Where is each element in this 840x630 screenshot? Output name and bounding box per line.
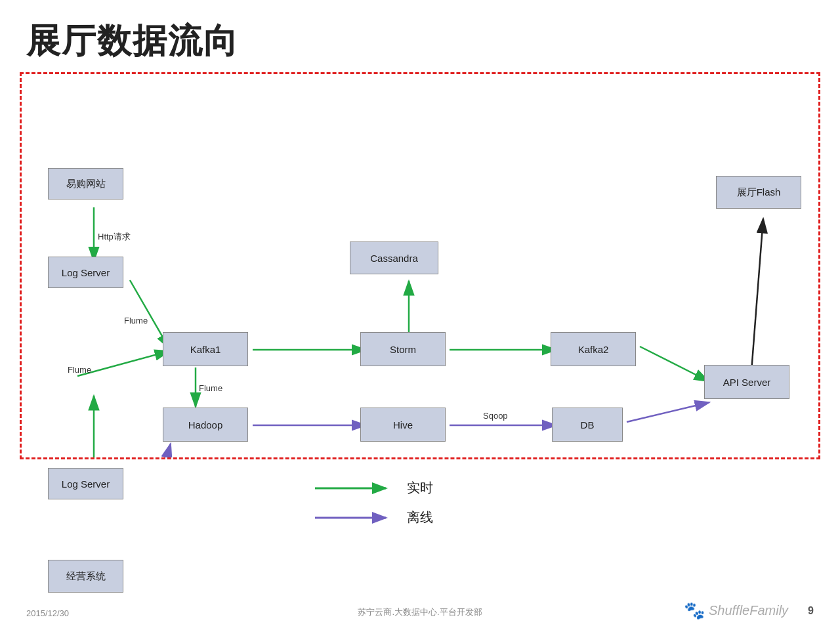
svg-text:Flume: Flume xyxy=(199,383,222,393)
svg-line-13 xyxy=(640,346,709,381)
node-api-server: API Server xyxy=(704,365,789,399)
footer-logo: 🐾 ShuffleFamily xyxy=(684,600,788,621)
legend-offline-arrow xyxy=(315,511,394,524)
logo-icon: 🐾 xyxy=(684,600,705,621)
svg-text:Sqoop: Sqoop xyxy=(483,411,508,421)
svg-text:Flume: Flume xyxy=(124,316,148,326)
svg-line-25 xyxy=(627,402,709,422)
svg-text:Flume: Flume xyxy=(68,365,91,375)
node-hadoop: Hadoop xyxy=(163,408,248,442)
node-db: DB xyxy=(552,408,623,442)
svg-text:Http请求: Http请求 xyxy=(98,232,131,242)
node-zhan-flash: 展厅Flash xyxy=(716,176,801,209)
footer-page: 9 xyxy=(808,605,814,617)
legend-offline-label: 离线 xyxy=(407,509,433,526)
legend: 实时 离线 xyxy=(315,479,433,538)
legend-offline: 离线 xyxy=(315,509,433,526)
svg-line-14 xyxy=(751,219,763,371)
node-jingying: 经营系统 xyxy=(48,560,123,593)
node-kafka1: Kafka1 xyxy=(163,332,248,366)
legend-realtime-arrow xyxy=(315,482,394,495)
page-title: 展厅数据流向 xyxy=(26,18,239,64)
node-kafka2: Kafka2 xyxy=(551,332,636,366)
diagram-container: Http请求 Flume Flume Flume Sqoop ESB xyxy=(20,72,820,459)
legend-realtime: 实时 xyxy=(315,479,433,497)
node-hive: Hive xyxy=(360,408,446,442)
node-logserver1: Log Server xyxy=(48,257,123,288)
node-yigou: 易购网站 xyxy=(48,168,123,200)
node-cassandra: Cassandra xyxy=(350,242,438,274)
svg-line-8 xyxy=(77,351,169,376)
node-storm: Storm xyxy=(360,332,446,366)
legend-realtime-label: 实时 xyxy=(407,479,433,497)
footer-center: 苏宁云商.大数据中心.平台开发部 xyxy=(358,606,482,618)
node-logserver2: Log Server xyxy=(48,468,123,499)
footer-date: 2015/12/30 xyxy=(26,608,69,618)
svg-line-18 xyxy=(131,444,171,457)
